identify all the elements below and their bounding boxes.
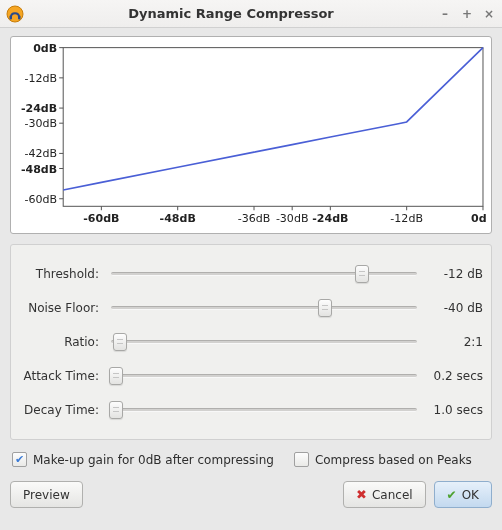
ratio-slider[interactable] [111,334,417,350]
preview-button[interactable]: Preview [10,481,83,508]
svg-text:-48dB: -48dB [21,163,57,176]
ok-icon: ✔ [447,488,457,502]
threshold-slider[interactable] [111,266,417,282]
peaks-checkbox[interactable]: Compress based on Peaks [294,452,472,467]
makeup-gain-label: Make-up gain for 0dB after compressing [33,453,274,467]
peaks-label: Compress based on Peaks [315,453,472,467]
titlebar: Dynamic Range Compressor – + × [0,0,502,28]
svg-text:-30dB: -30dB [276,212,309,225]
window-title: Dynamic Range Compressor [30,6,432,21]
svg-text:-60dB: -60dB [83,212,119,225]
decay-time-value: 1.0 secs [423,403,483,417]
decay-time-slider[interactable] [111,402,417,418]
preview-button-label: Preview [23,488,70,502]
cancel-button-label: Cancel [372,488,413,502]
peaks-check-icon [294,452,309,467]
attack-time-label: Attack Time: [19,369,105,383]
app-icon [6,5,24,23]
svg-text:-60dB: -60dB [25,193,58,206]
svg-text:0dB: 0dB [471,212,487,225]
svg-text:-48dB: -48dB [160,212,196,225]
close-button[interactable]: × [482,7,496,21]
noise-floor-slider-thumb[interactable] [318,299,332,317]
svg-rect-3 [63,48,483,207]
svg-text:-12dB: -12dB [25,72,58,85]
minimize-button[interactable]: – [438,7,452,21]
svg-text:-24dB: -24dB [312,212,348,225]
slider-group: Threshold: -12 dB Noise Floor: -40 dB Ra… [10,244,492,440]
decay-time-label: Decay Time: [19,403,105,417]
ratio-label: Ratio: [19,335,105,349]
makeup-gain-check-icon [12,452,27,467]
makeup-gain-checkbox[interactable]: Make-up gain for 0dB after compressing [12,452,274,467]
attack-time-slider[interactable] [111,368,417,384]
noise-floor-value: -40 dB [423,301,483,315]
threshold-value: -12 dB [423,267,483,281]
ok-button-label: OK [462,488,479,502]
noise-floor-label: Noise Floor: [19,301,105,315]
threshold-label: Threshold: [19,267,105,281]
decay-time-slider-thumb[interactable] [109,401,123,419]
ratio-slider-thumb[interactable] [113,333,127,351]
threshold-slider-thumb[interactable] [355,265,369,283]
svg-rect-2 [18,15,21,19]
svg-text:0dB: 0dB [33,42,57,55]
chart-canvas: 0dB-12dB-24dB-30dB-42dB-48dB-60dB-60dB-4… [15,41,487,229]
svg-rect-1 [10,15,13,19]
svg-text:-42dB: -42dB [25,147,58,160]
window-controls: – + × [438,7,496,21]
svg-text:-12dB: -12dB [390,212,423,225]
ratio-value: 2:1 [423,335,483,349]
attack-time-slider-thumb[interactable] [109,367,123,385]
svg-text:-30dB: -30dB [25,117,58,130]
cancel-button[interactable]: ✖ Cancel [343,481,426,508]
compression-curve-chart: 0dB-12dB-24dB-30dB-42dB-48dB-60dB-60dB-4… [10,36,492,234]
ok-button[interactable]: ✔ OK [434,481,492,508]
svg-text:-24dB: -24dB [21,102,57,115]
svg-text:-36dB: -36dB [238,212,271,225]
maximize-button[interactable]: + [460,7,474,21]
cancel-icon: ✖ [356,487,367,502]
noise-floor-slider[interactable] [111,300,417,316]
attack-time-value: 0.2 secs [423,369,483,383]
